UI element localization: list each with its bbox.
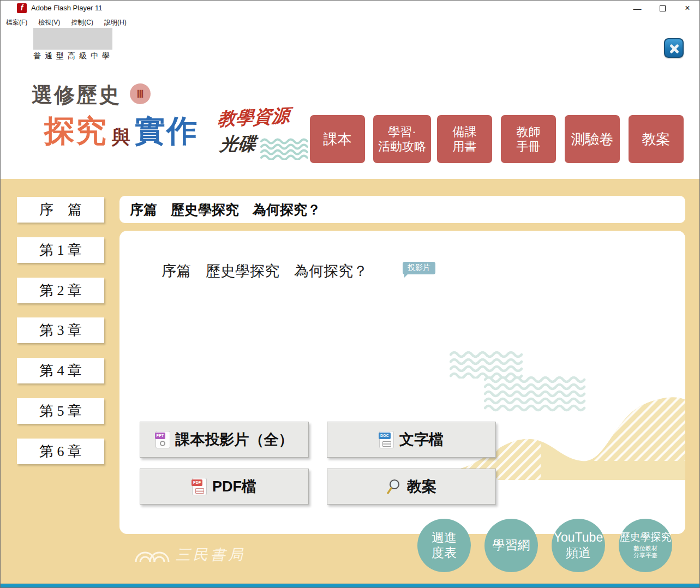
page-title: 序篇 歷史學探究 為何探究？: [161, 261, 368, 281]
sidebar-item-chapter-1[interactable]: 第 1 章: [17, 237, 104, 263]
file-badge: PPT: [155, 433, 166, 439]
circle-label: YouTube: [554, 530, 603, 545]
textbook-slides-all-button[interactable]: PPT 課本投影片（全）: [140, 422, 309, 458]
double-arch-icon: [134, 546, 170, 563]
sidebar-item-label: 第 3 章: [39, 321, 82, 340]
circle-label: 度表: [432, 545, 457, 561]
file-badge: DOC: [379, 433, 391, 439]
sidebar-item-chapter-5[interactable]: 第 5 章: [17, 398, 104, 424]
document-lines-icon: [195, 488, 204, 494]
sidebar-item-chapter-6[interactable]: 第 6 章: [17, 439, 104, 464]
nav-teacher-manual-button[interactable]: 教師 手冊: [501, 115, 556, 163]
nav-button-label: 學習·: [388, 124, 416, 140]
publisher-name: 三民書局: [176, 545, 246, 565]
menu-bar: 檔案(F) 檢視(V) 控制(C) 說明(H): [1, 16, 699, 28]
publisher-logo-placeholder: [33, 28, 112, 50]
main-title-part1: 探究: [44, 111, 107, 152]
text-file-button[interactable]: DOC 文字檔: [327, 422, 496, 458]
menu-view[interactable]: 檢視(V): [33, 16, 65, 28]
nav-button-label: 備課: [453, 124, 477, 140]
lesson-plan-button[interactable]: 教案: [327, 469, 496, 505]
circle-label: 週進: [432, 530, 457, 545]
close-app-button[interactable]: [664, 38, 684, 58]
nav-button-label: 測驗卷: [571, 130, 614, 149]
document-lines-icon: [382, 441, 391, 447]
main-title: 探究 與 實作: [44, 111, 198, 152]
sidebar-item-chapter-2[interactable]: 第 2 章: [17, 278, 104, 303]
circle-label: 歷史學探究: [620, 531, 672, 544]
school-type-label: 普通型高級中學: [33, 51, 113, 61]
nav-lesson-prep-book-button[interactable]: 備課 用書: [437, 115, 492, 163]
sidebar-item-label: 序 篇: [39, 200, 82, 219]
pdf-file-icon: PDF: [192, 478, 207, 495]
circle-label: 學習網: [493, 538, 530, 553]
section-header-bar: 序篇 歷史學探究 為何探究？: [119, 196, 685, 223]
sidebar-item-chapter-3[interactable]: 第 3 章: [17, 317, 104, 343]
nav-button-label: 教師: [517, 124, 541, 140]
file-badge: PDF: [192, 479, 202, 486]
bottom-accent-strip: [1, 584, 700, 588]
pdf-file-button[interactable]: PDF PDF檔: [140, 469, 309, 505]
nav-button-label: 手冊: [517, 139, 541, 154]
nav-lesson-plan-button[interactable]: 教案: [629, 115, 684, 163]
sidebar-item-label: 第 4 章: [39, 361, 82, 380]
section-header-title: 序篇 歷史學探究 為何探究？: [130, 201, 321, 219]
magnifier-icon: [386, 478, 402, 495]
wave-decoration-icon: [260, 138, 310, 160]
resource-button-label: PDF檔: [212, 477, 256, 496]
nav-button-label: 活動攻略: [378, 139, 426, 154]
subtitle-disc: 光碟: [219, 132, 258, 157]
menu-control[interactable]: 控制(C): [65, 16, 99, 28]
sidebar-item-label: 第 5 章: [39, 401, 82, 421]
ppt-file-icon: PPT: [155, 431, 170, 448]
sidebar-item-chapter-4[interactable]: 第 4 章: [17, 358, 104, 383]
main-title-part2: 實作: [135, 111, 198, 152]
menu-file[interactable]: 檔案(F): [1, 16, 33, 28]
flash-player-icon: f: [17, 3, 27, 13]
minimize-button[interactable]: —: [626, 1, 649, 16]
wave-decoration-icon: [450, 351, 527, 379]
flash-player-window: f Adobe Flash Player 11 — × 檔案(F) 檢視(V) …: [0, 0, 700, 588]
sidebar-item-label: 第 1 章: [39, 241, 82, 260]
title-bar: f Adobe Flash Player 11 — ×: [1, 1, 699, 16]
nav-test-paper-button[interactable]: 測驗卷: [565, 115, 620, 163]
publisher-logo: 三民書局: [134, 545, 246, 565]
series-title: 選修歷史: [32, 81, 121, 109]
circle-label: 頻道: [566, 545, 591, 561]
sidebar-item-label: 第 2 章: [39, 281, 82, 300]
resource-button-label: 教案: [407, 477, 436, 496]
nav-learning-activity-guide-button[interactable]: 學習· 活動攻略: [373, 115, 431, 163]
nav-button-label: 課本: [324, 130, 352, 149]
youtube-channel-circle[interactable]: YouTube 頻道: [552, 519, 605, 572]
weekly-progress-chart-circle[interactable]: 週進 度表: [417, 519, 471, 572]
doc-file-icon: DOC: [379, 431, 394, 448]
menu-help[interactable]: 說明(H): [99, 16, 132, 28]
close-window-button[interactable]: ×: [676, 1, 699, 16]
main-title-connector: 與: [112, 125, 130, 150]
sidebar-item-label: 第 6 章: [39, 442, 82, 461]
nav-textbook-button[interactable]: 課本: [310, 115, 365, 163]
clock-icon: [160, 441, 165, 446]
maximize-icon: [660, 5, 666, 11]
circle-sublabel: 分享平臺: [633, 552, 657, 560]
resource-button-label: 文字檔: [399, 430, 444, 449]
nav-button-label: 用書: [453, 139, 477, 154]
history-inquiry-platform-circle[interactable]: 歷史學探究 數位教材 分享平臺: [619, 519, 672, 572]
circle-sublabel: 數位教材: [633, 545, 657, 553]
learning-website-circle[interactable]: 學習網: [484, 519, 538, 572]
resource-button-label: 課本投影片（全）: [176, 430, 294, 449]
nav-button-label: 教案: [642, 130, 671, 149]
maximize-button[interactable]: [651, 1, 674, 16]
series-numeral-badge: Ⅲ: [130, 83, 151, 104]
slides-tag-badge: 投影片: [403, 262, 435, 274]
subtitle-teaching-resources: 教學資源: [217, 104, 291, 132]
content-panel: 序篇 歷史學探究 為何探究？ 投影片: [119, 231, 685, 534]
window-title: Adobe Flash Player 11: [31, 4, 103, 12]
sidebar-item-preface[interactable]: 序 篇: [17, 197, 104, 223]
